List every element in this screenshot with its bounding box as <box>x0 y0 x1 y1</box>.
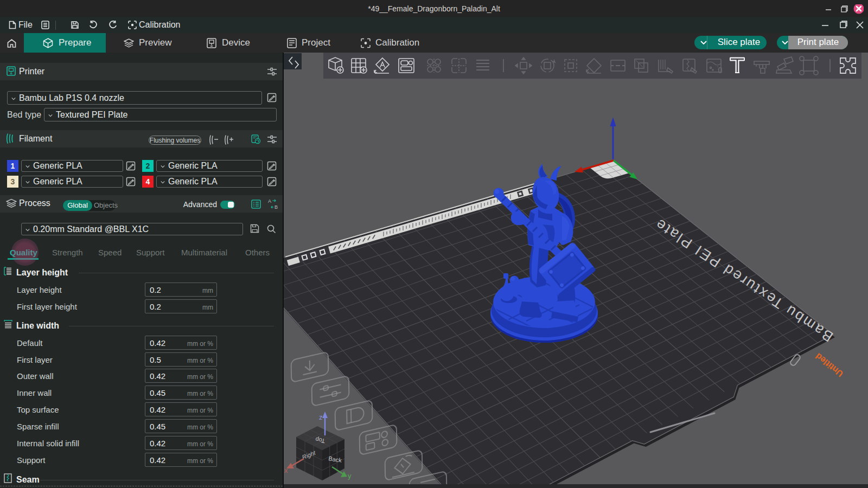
svg-text:A: A <box>268 198 271 204</box>
svg-text:x: x <box>284 466 288 474</box>
svg-text:z: z <box>319 413 323 421</box>
svg-text:B: B <box>275 204 278 209</box>
svg-text:y: y <box>348 472 352 480</box>
